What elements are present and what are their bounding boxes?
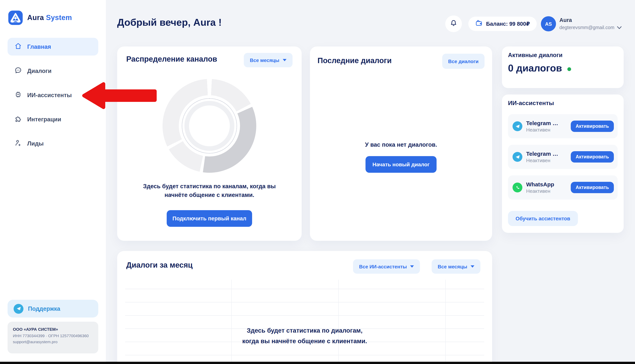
assistant-status: Неактивен — [526, 127, 567, 133]
dialogs-card-title: Последние диалоги — [318, 56, 392, 65]
connect-first-channel-button[interactable]: Подключить первый канал — [167, 210, 252, 227]
chart-gridline — [231, 280, 232, 364]
company-info: ООО «АУРА СИСТЕМ» ИНН 7730344399 · ОГРН … — [8, 322, 98, 354]
company-name: ООО «АУРА СИСТЕМ» — [13, 326, 93, 333]
brand-name-secondary: System — [46, 14, 72, 22]
telegram-icon — [14, 304, 24, 314]
chart-gridline — [125, 302, 484, 302]
monthly-dialogs-card: Диалоги за месяц Все ИИ-ассистенты Все м… — [117, 251, 492, 364]
user-name: Aura — [560, 17, 622, 23]
ai-assistants-title: ИИ-ассистенты — [508, 100, 554, 106]
assistant-row: WhatsApp Неактивен Активировать — [508, 176, 618, 200]
sidebar-item-dialogs[interactable]: Диалоги — [8, 62, 98, 80]
telegram-icon — [512, 121, 522, 131]
assistant-status: Неактивен — [526, 158, 567, 163]
avatar[interactable]: AS — [541, 16, 556, 31]
window-bottom-edge — [0, 362, 635, 364]
channels-card-title: Распределение каналов — [126, 55, 217, 64]
home-icon — [14, 42, 22, 51]
channels-months-filter-label: Все месяцы — [250, 57, 279, 63]
caret-down-icon — [410, 265, 414, 268]
last-dialogs-card: Последние диалоги Все диалоги У вас пока… — [310, 46, 492, 241]
donut-center — [189, 106, 230, 146]
company-email: support@aurasystem.pro — [13, 339, 93, 345]
monthly-empty-text-line1: Здесь будет статистика по диалогам, — [117, 325, 492, 336]
activate-assistant-button[interactable]: Активировать — [571, 151, 614, 162]
assistant-name: WhatsApp — [526, 181, 567, 188]
start-new-dialog-button[interactable]: Начать новый диалог — [366, 156, 436, 173]
sidebar-item-label: Лиды — [27, 140, 44, 147]
avatar-initials: AS — [545, 21, 552, 27]
activate-assistant-button[interactable]: Активировать — [571, 182, 614, 193]
train-assistants-button[interactable]: Обучить ассистентов — [508, 211, 578, 226]
sidebar-item-label: Интеграции — [27, 116, 61, 123]
aura-logo-icon — [8, 10, 23, 25]
bell-icon — [450, 19, 457, 28]
user-plus-icon — [14, 139, 22, 148]
active-dialogs-title: Активные диалоги — [508, 52, 562, 58]
chart-gridline — [125, 315, 484, 316]
support-label: Поддержка — [28, 305, 60, 312]
page-greeting: Добрый вечер, Aura ! — [117, 17, 222, 28]
chat-icon — [14, 66, 22, 76]
active-dialogs-card: Активные диалоги 0 диалогов — [502, 46, 624, 88]
monthly-empty-text-line2: когда вы начнёте общение с клиентами. — [117, 336, 492, 346]
sidebar-item-label: Диалоги — [27, 68, 52, 74]
assistant-row: Telegram … Неактивен Активировать — [508, 145, 618, 169]
sidebar-item-label: ИИ-ассистенты — [27, 92, 72, 98]
active-dialogs-value: 0 диалогов — [508, 62, 562, 74]
channels-distribution-card: Распределение каналов Все месяцы Здесь б… — [117, 46, 302, 241]
support-button[interactable]: Поддержка — [8, 300, 98, 318]
assistant-row: Telegram … Неактивен Активировать — [508, 114, 618, 138]
chevron-down-icon[interactable] — [617, 24, 622, 31]
all-dialogs-button[interactable]: Все диалоги — [442, 54, 484, 69]
donut-hole — [179, 95, 240, 156]
sidebar-item-leads[interactable]: Лиды — [8, 134, 98, 152]
channels-empty-text-line2: начнёте общение с клиентами. — [117, 190, 302, 199]
company-registration: ИНН 7730344399 · ОГРН 1257700496360 — [13, 333, 93, 339]
user-menu[interactable]: Aura degterevsmm@gmail.com — [560, 17, 622, 31]
monthly-card-title: Диалоги за месяц — [126, 261, 192, 270]
chart-gridline — [338, 280, 339, 364]
chart-gridline — [125, 355, 484, 355]
sidebar-item-home[interactable]: Главная — [8, 38, 98, 56]
sidebar-nav: Главная Диалоги — [8, 38, 98, 152]
whatsapp-icon — [512, 182, 522, 192]
notifications-button[interactable] — [445, 16, 462, 32]
balance-label: Баланс: 99 800₽ — [486, 21, 530, 27]
wallet-icon — [475, 19, 483, 28]
bot-chip-icon — [14, 90, 22, 100]
sidebar-item-integrations[interactable]: Интеграции — [8, 110, 98, 128]
assistants-filter[interactable]: Все ИИ-ассистенты — [353, 259, 420, 274]
telegram-icon — [512, 152, 522, 162]
sidebar: Aura System Главная — [0, 0, 106, 364]
brand-name-primary: Aura — [27, 14, 44, 22]
chart-gridline — [125, 289, 484, 289]
chart-gridline — [445, 280, 446, 364]
channels-months-filter[interactable]: Все месяцы — [244, 53, 292, 67]
user-email: degterevsmm@gmail.com — [560, 25, 614, 30]
puzzle-icon — [14, 115, 22, 124]
assistant-name: Telegram … — [526, 120, 567, 126]
assistants-filter-label: Все ИИ-ассистенты — [359, 264, 407, 269]
months-filter-label: Все месяцы — [438, 264, 467, 269]
caret-down-icon — [283, 59, 286, 61]
dashboard-page: Aura System Главная — [0, 0, 635, 364]
assistant-name: Telegram … — [526, 150, 567, 157]
months-filter[interactable]: Все месяцы — [432, 259, 480, 274]
sidebar-item-ai-assistants[interactable]: ИИ-ассистенты — [8, 86, 98, 104]
all-dialogs-label: Все диалоги — [448, 58, 478, 64]
activate-assistant-button[interactable]: Активировать — [571, 120, 614, 132]
donut-inner-ring — [184, 101, 234, 151]
brand-logo[interactable]: Aura System — [8, 10, 72, 25]
ai-assistants-card: ИИ-ассистенты Telegram … Неактивен Актив… — [502, 94, 624, 233]
assistant-status: Неактивен — [526, 188, 567, 194]
caret-down-icon — [470, 265, 474, 268]
brand-name: Aura System — [27, 14, 72, 22]
donut-dotted-ring — [182, 98, 237, 154]
channels-empty-text-line1: Здесь будет статистика по каналам, когда… — [117, 182, 302, 190]
sidebar-item-label: Главная — [27, 43, 51, 50]
balance-button[interactable]: Баланс: 99 800₽ — [468, 17, 537, 31]
status-dot-icon — [567, 67, 571, 71]
channels-donut-chart — [162, 79, 256, 173]
